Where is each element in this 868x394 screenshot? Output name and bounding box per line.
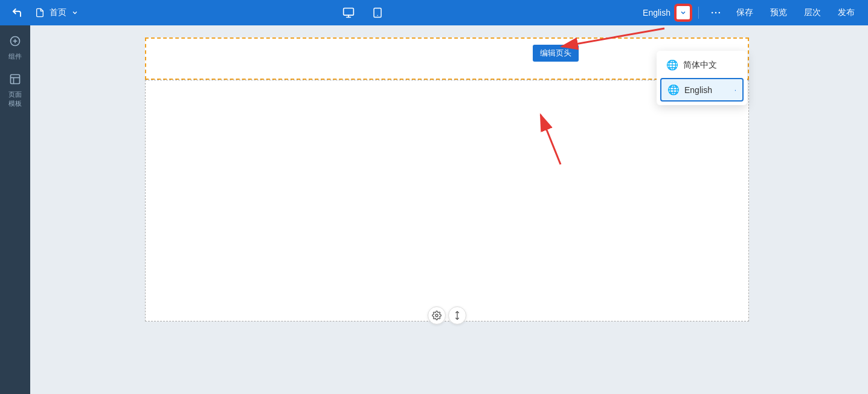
edit-header-button[interactable]: 编辑页头	[533, 45, 579, 62]
section-move-button[interactable]	[448, 306, 466, 325]
svg-rect-0	[344, 8, 354, 16]
language-option-zh[interactable]: 🌐 简体中文	[657, 53, 747, 77]
add-icon	[9, 35, 21, 50]
toolbar-separator	[698, 7, 699, 19]
tablet-device-button[interactable]	[368, 3, 387, 22]
publish-button[interactable]: 发布	[832, 5, 861, 21]
toolbar: 首页 English	[0, 0, 868, 25]
components-label: 组件	[8, 52, 22, 61]
canvas-bottom-controls	[428, 306, 466, 325]
svg-rect-11	[11, 75, 20, 84]
globe-icon-zh: 🌐	[666, 59, 678, 71]
svg-point-6	[715, 12, 717, 14]
toolbar-center	[83, 3, 643, 22]
section-settings-button[interactable]	[428, 306, 446, 325]
sidebar: 组件 页面 模板	[0, 25, 30, 394]
more-options-button[interactable]	[706, 3, 725, 22]
main-canvas-area: 编辑页头 🌐 简体中文 🌐 Eng	[30, 25, 868, 394]
globe-icon-en: 🌐	[667, 84, 680, 95]
language-option-en[interactable]: 🌐 English ·	[660, 78, 744, 102]
template-icon	[9, 73, 21, 88]
undo-button[interactable]	[7, 3, 27, 22]
sidebar-item-templates[interactable]: 页面 模板	[1, 68, 29, 113]
page-selector[interactable]: 首页	[30, 5, 83, 21]
templates-label: 页面 模板	[8, 90, 22, 108]
language-dropdown-button[interactable]	[675, 5, 691, 21]
desktop-device-button[interactable]	[339, 3, 358, 22]
canvas-content-section	[145, 80, 749, 321]
preview-button[interactable]: 预览	[764, 5, 793, 21]
checkmark-icon: ·	[735, 86, 736, 94]
layers-button[interactable]: 层次	[798, 5, 827, 21]
language-dropdown-menu: 🌐 简体中文 🌐 English ·	[657, 51, 747, 105]
language-label: English	[643, 8, 670, 18]
en-language-label: English	[684, 85, 712, 95]
save-button[interactable]: 保存	[730, 5, 759, 21]
zh-language-label: 简体中文	[683, 60, 717, 71]
svg-point-14	[436, 314, 438, 317]
sidebar-item-components[interactable]: 组件	[1, 30, 29, 66]
page-label: 首页	[50, 7, 66, 18]
svg-point-5	[712, 12, 713, 14]
toolbar-left: 首页	[7, 3, 83, 22]
svg-point-7	[719, 12, 721, 14]
toolbar-right: English 保存 预览 层次 发布	[643, 3, 861, 22]
